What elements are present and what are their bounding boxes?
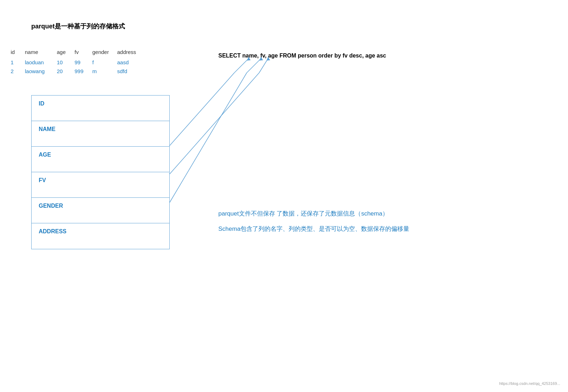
column-storage-box: ID NAME AGE FV GENDER ADDRESS	[31, 95, 170, 249]
cell-name-1: laoduan	[25, 59, 57, 65]
cell-age-1: 10	[57, 59, 75, 65]
svg-line-8	[170, 73, 247, 202]
cell-name-2: laowang	[25, 68, 57, 74]
cell-gender-1: f	[92, 59, 117, 65]
table-row: 2 laowang 20 999 m sdfd	[8, 67, 178, 76]
table-header: id name age fv gender address	[8, 46, 178, 58]
col-header-fv: fv	[75, 49, 92, 55]
column-name-label: NAME	[39, 126, 55, 132]
sql-query-text: SELECT name, fv, age FROM person order b…	[218, 53, 386, 59]
column-fv-row: FV	[32, 172, 169, 198]
col-header-address: address	[117, 49, 146, 55]
cell-gender-2: m	[92, 68, 117, 74]
page-title: parquet是一种基于列的存储格式	[31, 22, 125, 31]
col-header-name: name	[25, 49, 57, 55]
right-description: parquet文件不但保存 了数据，还保存了元数据信息（schema） Sche…	[218, 209, 467, 233]
column-age-label: AGE	[39, 152, 51, 158]
data-table: id name age fv gender address 1 laoduan …	[8, 46, 178, 76]
schema-description-line1: parquet文件不但保存 了数据，还保存了元数据信息（schema）	[218, 209, 467, 218]
cell-id-1: 1	[11, 59, 25, 65]
column-gender-row: GENDER	[32, 198, 169, 223]
column-id-row: ID	[32, 96, 169, 121]
svg-line-7	[170, 73, 259, 174]
watermark: https://blog.csdn.net/qq_4253169...	[499, 381, 560, 386]
column-fv-label: FV	[39, 177, 46, 184]
col-header-gender: gender	[92, 49, 117, 55]
cell-address-2: sdfd	[117, 68, 146, 74]
column-gender-label: GENDER	[39, 203, 63, 209]
table-row: 1 laoduan 10 99 f aasd	[8, 58, 178, 67]
col-header-age: age	[57, 49, 75, 55]
cell-fv-1: 99	[75, 59, 92, 65]
col-header-id: id	[11, 49, 25, 55]
svg-line-6	[170, 73, 234, 146]
cell-age-2: 20	[57, 68, 75, 74]
svg-line-0	[234, 59, 248, 73]
cell-fv-2: 999	[75, 68, 92, 74]
column-age-row: AGE	[32, 147, 169, 172]
cell-id-2: 2	[11, 68, 25, 74]
column-address-label: ADDRESS	[39, 228, 66, 235]
column-id-label: ID	[39, 100, 44, 107]
cell-address-1: aasd	[117, 59, 146, 65]
column-name-row: NAME	[32, 121, 169, 147]
column-address-row: ADDRESS	[32, 223, 169, 249]
svg-line-4	[259, 59, 268, 73]
svg-line-2	[247, 59, 261, 73]
schema-description-line2: Schema包含了列的名字、列的类型、是否可以为空、数据保存的偏移量	[218, 225, 467, 233]
